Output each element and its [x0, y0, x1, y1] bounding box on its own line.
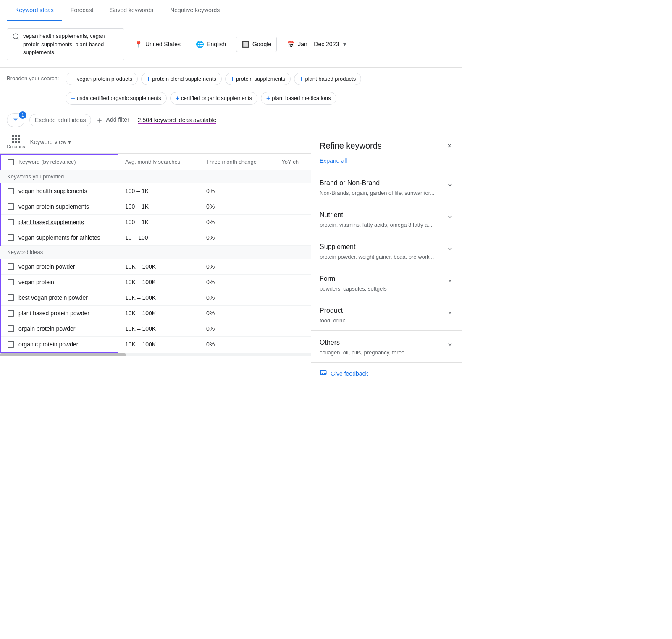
three-month-change: 0% — [200, 199, 275, 214]
three-month-change: 0% — [200, 183, 275, 199]
keyword-text: best vegan protein powder — [18, 294, 88, 301]
toolbar: 1 Exclude adult ideas Add filter 2,504 k… — [0, 110, 462, 131]
plus-icon-1: + — [147, 75, 150, 83]
expand-all-button[interactable]: Expand all — [311, 157, 462, 171]
main-content: Columns Keyword view ▾ Keyword (by relev… — [0, 131, 462, 385]
broaden-tag-label-5: certified organic supplements — [181, 95, 252, 101]
refine-item-title-4: Product — [320, 307, 343, 314]
filter-badge: 1 — [19, 111, 26, 119]
monthly-searches: 10K – 100K — [118, 290, 200, 305]
col-controls: Columns Keyword view ▾ — [0, 131, 311, 154]
table-row: vegan supplements for athletes10 – 1000% — [0, 230, 311, 245]
filter-button[interactable]: 1 — [7, 113, 24, 127]
keyword-text: vegan protein supplements — [18, 203, 89, 210]
monthly-searches: 10 – 100 — [118, 230, 200, 245]
refine-chevron-icon-1: ⌄ — [446, 210, 454, 220]
broaden-tag-3[interactable]: +plant based products — [294, 73, 361, 85]
table-row: vegan protein powder10K – 100K0% — [0, 259, 311, 274]
columns-label: Columns — [7, 144, 25, 149]
refine-items: Brand or Non-Brand⌄Non-Brands, orgain, g… — [311, 171, 462, 362]
refine-item-4[interactable]: Product⌄food, drink — [311, 299, 462, 330]
broaden-tag-6[interactable]: +plant based medications — [261, 92, 336, 105]
row-checkbox[interactable] — [8, 341, 14, 348]
refine-item-0[interactable]: Brand or Non-Brand⌄Non-Brands, orgain, g… — [311, 171, 462, 203]
scroll-bar[interactable] — [0, 353, 311, 356]
row-checkbox[interactable] — [8, 310, 14, 317]
row-checkbox[interactable] — [8, 203, 14, 210]
yoy-change — [275, 259, 311, 274]
plus-icon-4: + — [71, 94, 75, 102]
plus-icon-6: + — [266, 94, 270, 102]
broaden-tag-0[interactable]: +vegan protein products — [66, 73, 138, 85]
add-filter-button[interactable]: Add filter — [96, 116, 129, 123]
broaden-tag-2[interactable]: +protein supplements — [225, 73, 291, 85]
network-chip[interactable]: 🔲 Google — [236, 37, 277, 52]
monthly-searches: 100 – 1K — [118, 183, 200, 199]
refine-item-title-5: Others — [320, 339, 340, 346]
refine-chevron-icon-5: ⌄ — [446, 338, 454, 348]
row-checkbox[interactable] — [8, 325, 14, 332]
broaden-tag-5[interactable]: +certified organic supplements — [170, 92, 257, 105]
give-feedback-button[interactable]: Give feedback — [311, 362, 462, 385]
broaden-tag-label-4: usda certified organic supplements — [77, 95, 161, 101]
monthly-searches: 100 – 1K — [118, 199, 200, 214]
row-checkbox[interactable] — [8, 234, 14, 241]
columns-button[interactable]: Columns — [7, 135, 25, 149]
refine-chevron-icon-3: ⌄ — [446, 274, 454, 284]
date-chip[interactable]: 📅 Jan – Dec 2023 ▾ — [282, 37, 351, 52]
broaden-tag-label-2: protein supplements — [236, 76, 285, 82]
tab-forecast[interactable]: Forecast — [62, 0, 102, 21]
refine-item-5[interactable]: Others⌄collagen, oil, pills, pregnancy, … — [311, 330, 462, 362]
keyword-count: 2,504 keyword ideas available — [138, 117, 217, 123]
network-label: Google — [252, 41, 271, 47]
monthly-searches: 10K – 100K — [118, 305, 200, 321]
table-row: organic protein powder10K – 100K0% — [0, 336, 311, 352]
network-icon: 🔲 — [242, 40, 250, 48]
yoy-change — [275, 336, 311, 352]
row-checkbox[interactable] — [8, 294, 14, 301]
broaden-tag-4[interactable]: +usda certified organic supplements — [66, 92, 166, 105]
header-checkbox[interactable] — [8, 159, 14, 165]
tab-saved-keywords[interactable]: Saved keywords — [102, 0, 162, 21]
refine-item-1[interactable]: Nutrient⌄protein, vitamins, fatty acids,… — [311, 203, 462, 235]
refine-item-sub-4: food, drink — [320, 317, 454, 324]
keyword-text: orgain protein powder — [18, 325, 75, 332]
location-chip[interactable]: 📍 United States — [129, 37, 186, 52]
three-month-change: 0% — [200, 214, 275, 230]
yoy-change — [275, 321, 311, 336]
date-chevron-icon: ▾ — [343, 41, 346, 47]
tab-negative-keywords[interactable]: Negative keywords — [162, 0, 228, 21]
row-checkbox[interactable] — [8, 263, 14, 270]
refine-chevron-icon-0: ⌄ — [446, 178, 454, 188]
table-row: plant based protein powder10K – 100K0% — [0, 305, 311, 321]
row-checkbox[interactable] — [8, 188, 14, 194]
three-month-change: 0% — [200, 230, 275, 245]
keyword-text: vegan supplements for athletes — [18, 234, 100, 241]
col-header-change: Three month change — [200, 154, 275, 170]
table-row: vegan protein10K – 100K0% — [0, 274, 311, 290]
row-checkbox[interactable] — [8, 219, 14, 225]
refine-item-title-1: Nutrient — [320, 211, 343, 219]
yoy-change — [275, 230, 311, 245]
svg-line-1 — [17, 38, 18, 39]
keyword-text: organic protein powder — [18, 341, 78, 348]
keyword-view-button[interactable]: Keyword view ▾ — [30, 139, 71, 145]
broaden-tag-1[interactable]: +protein blend supplements — [141, 73, 222, 85]
tab-bar: Keyword ideas Forecast Saved keywords Ne… — [0, 0, 462, 21]
exclude-button[interactable]: Exclude adult ideas — [29, 114, 91, 126]
scroll-thumb[interactable] — [0, 353, 126, 356]
refine-item-sub-5: collagen, oil, pills, pregnancy, three — [320, 349, 454, 356]
refine-item-3[interactable]: Form⌄powders, capsules, softgels — [311, 267, 462, 299]
language-icon: 🌐 — [196, 40, 204, 48]
col-header-yoy: YoY ch — [275, 154, 311, 170]
language-chip[interactable]: 🌐 English — [191, 37, 231, 52]
refine-item-sub-0: Non-Brands, orgain, garden of life, sunw… — [320, 190, 454, 196]
refine-close-button[interactable]: × — [445, 139, 454, 152]
refine-item-2[interactable]: Supplement⌄protein powder, weight gainer… — [311, 235, 462, 267]
broaden-tag-label-6: plant based medications — [272, 95, 331, 101]
search-box[interactable]: vegan health supplements, vegan protein … — [7, 28, 124, 60]
yoy-change — [275, 214, 311, 230]
row-checkbox[interactable] — [8, 279, 14, 285]
keyword-view-label: Keyword view — [30, 139, 66, 145]
tab-keyword-ideas[interactable]: Keyword ideas — [7, 0, 62, 21]
